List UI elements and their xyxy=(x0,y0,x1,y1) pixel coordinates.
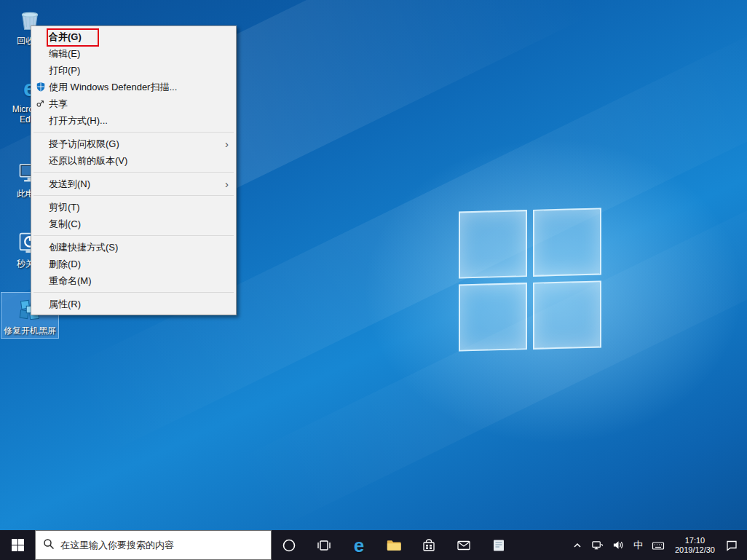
windows-logo xyxy=(459,208,601,351)
windows-logo-pane xyxy=(533,208,601,276)
menu-item-label: 合并(G) xyxy=(49,31,82,44)
menu-item-properties[interactable]: 属性(R) xyxy=(31,296,236,312)
menu-item-edit[interactable]: 编辑(E) xyxy=(31,45,236,62)
menu-item-label: 属性(R) xyxy=(49,298,81,311)
menu-item-cut[interactable]: 剪切(T) xyxy=(31,199,236,216)
desktop-screen: 回收站 e Microsoft Edge 此电脑 秒关机 修复开机黑屏 合并(G… xyxy=(0,0,747,560)
defender-shield-icon xyxy=(35,81,47,92)
action-center-button[interactable] xyxy=(721,530,747,560)
menu-item-label: 创建快捷方式(S) xyxy=(49,241,118,254)
menu-item-defender-scan[interactable]: 使用 Windows Defender扫描... xyxy=(31,79,236,95)
windows-start-icon xyxy=(12,539,24,551)
menu-item-label: 重命名(M) xyxy=(49,275,92,288)
menu-item-label: 编辑(E) xyxy=(49,47,80,60)
menu-item-copy[interactable]: 复制(C) xyxy=(31,216,236,232)
menu-item-rename[interactable]: 重命名(M) xyxy=(31,272,236,289)
menu-separator xyxy=(33,292,234,293)
menu-item-send-to[interactable]: 发送到(N) › xyxy=(31,176,236,192)
menu-item-label: 共享 xyxy=(49,98,68,111)
windows-logo-pane xyxy=(459,283,527,351)
search-input[interactable] xyxy=(60,540,264,551)
menu-item-label: 剪切(T) xyxy=(49,201,80,214)
context-menu: 合并(G) 编辑(E) 打印(P) 使用 Windows Defender扫描.… xyxy=(31,25,237,315)
tray-expand-button[interactable] xyxy=(568,530,587,560)
search-icon xyxy=(43,538,55,553)
desktop-icon-label: 修复开机黑屏 xyxy=(2,326,58,336)
windows-logo-pane xyxy=(533,280,601,349)
menu-item-label: 使用 Windows Defender扫描... xyxy=(49,81,177,94)
menu-item-share[interactable]: 共享 xyxy=(31,95,236,112)
start-button[interactable] xyxy=(0,530,35,560)
submenu-arrow-icon: › xyxy=(225,138,229,149)
system-tray: 中 17:10 2019/12/30 xyxy=(568,530,747,560)
menu-item-label: 发送到(N) xyxy=(49,178,90,191)
pinned-app-button[interactable] xyxy=(481,530,516,560)
edge-icon: e xyxy=(354,536,364,555)
volume-icon[interactable] xyxy=(608,530,629,560)
file-explorer-button[interactable] xyxy=(376,530,411,560)
mail-button[interactable] xyxy=(446,530,481,560)
clock-time: 17:10 xyxy=(685,536,706,545)
windows-logo-pane xyxy=(459,210,527,278)
menu-separator xyxy=(33,195,234,196)
taskbar: e 中 17:1 xyxy=(0,530,747,560)
menu-item-label: 打印(P) xyxy=(49,64,80,77)
edge-taskbar-button[interactable]: e xyxy=(341,530,376,560)
share-icon xyxy=(35,98,47,109)
taskbar-clock[interactable]: 17:10 2019/12/30 xyxy=(669,536,721,555)
cortana-button[interactable] xyxy=(272,530,307,560)
task-view-button[interactable] xyxy=(307,530,341,560)
submenu-arrow-icon: › xyxy=(225,178,229,189)
clock-date: 2019/12/30 xyxy=(675,545,715,555)
menu-item-restore-previous-versions[interactable]: 还原以前的版本(V) xyxy=(31,152,236,169)
menu-separator xyxy=(33,172,234,173)
menu-item-create-shortcut[interactable]: 创建快捷方式(S) xyxy=(31,239,236,256)
menu-item-label: 打开方式(H)... xyxy=(49,114,108,127)
menu-item-label: 复制(C) xyxy=(49,218,81,231)
menu-item-delete[interactable]: 删除(D) xyxy=(31,256,236,272)
taskbar-search-box[interactable] xyxy=(35,530,272,560)
menu-separator xyxy=(33,132,234,133)
microsoft-store-button[interactable] xyxy=(411,530,446,560)
menu-item-print[interactable]: 打印(P) xyxy=(31,62,236,79)
touch-keyboard-icon[interactable] xyxy=(647,530,669,560)
menu-item-label: 授予访问权限(G) xyxy=(49,138,119,151)
menu-item-label: 还原以前的版本(V) xyxy=(49,154,127,167)
menu-item-open-with[interactable]: 打开方式(H)... xyxy=(31,112,236,129)
network-icon[interactable] xyxy=(587,530,608,560)
menu-item-give-access[interactable]: 授予访问权限(G) › xyxy=(31,135,236,152)
menu-item-label: 删除(D) xyxy=(49,258,81,271)
menu-separator xyxy=(33,235,234,236)
menu-item-merge[interactable]: 合并(G) xyxy=(31,28,236,45)
ime-indicator[interactable]: 中 xyxy=(629,530,647,560)
